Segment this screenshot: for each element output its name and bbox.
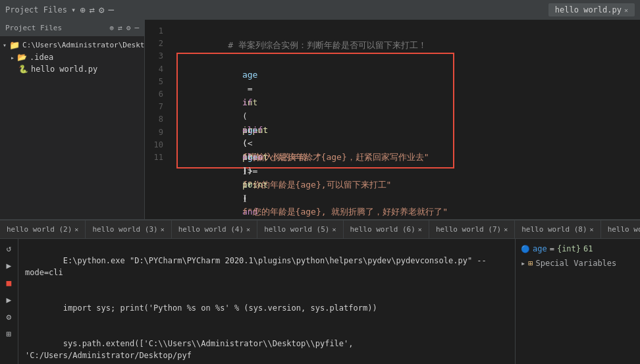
root-folder-icon: 📁: [9, 40, 20, 50]
sidebar-title-label: Project Files: [5, 24, 62, 32]
tab-hello-world-9[interactable]: hello world (9) ✕: [601, 221, 640, 238]
var-age-label: age: [533, 244, 547, 253]
tab-2-close[interactable]: ✕: [74, 226, 78, 233]
code-red-border-block: age = int ( input ( "请输入你的年龄：" )) if: [176, 53, 454, 169]
add-icon[interactable]: ⊕: [80, 5, 85, 15]
sidebar-close-icon[interactable]: ─: [134, 24, 139, 32]
rerun-icon[interactable]: ▶: [3, 259, 16, 272]
sidebar-header: Project Files ⊕ ⇄ ⚙ ─: [0, 20, 144, 36]
stop-icon[interactable]: ■: [3, 276, 16, 289]
console-area[interactable]: E:\python.exe "D:\PYCharm\PYCharm 2020.1…: [18, 239, 515, 364]
tab-hello-world-6[interactable]: hello world (6) ✕: [344, 221, 429, 238]
run-icon[interactable]: ▶: [3, 293, 16, 306]
debugger-var-age: 🔵 age = {int} 61: [521, 243, 635, 255]
code-view: 1 2 3 4 5 6 7 8 9 10 11 # 举案列综合实例：判断年龄是否…: [145, 20, 640, 219]
debugger-var-icon: 🔵: [521, 245, 530, 253]
console-command-2: import sys; print('Python %s on %s' % (s…: [25, 290, 508, 326]
idea-arrow: ▸: [11, 54, 14, 61]
tab-hello-world-7[interactable]: hello world (7) ✕: [429, 221, 515, 238]
console-command-1: E:\python.exe "D:\PYCharm\PYCharm 2020.1…: [25, 243, 508, 290]
tab-hello-world-3[interactable]: hello world (3) ✕: [86, 221, 171, 238]
python-file-icon: 🐍: [18, 65, 28, 74]
tab-hello-world-5[interactable]: hello world (5) ✕: [257, 221, 343, 238]
var-age-equals: =: [550, 244, 554, 253]
bottom-panel: hello world (2) ✕ hello world (3) ✕ hell…: [0, 219, 640, 364]
line-numbers: 1 2 3 4 5 6 7 8 9 10 11: [145, 20, 169, 219]
root-folder[interactable]: ▾ 📁 C:\Users\Administrator\Desktop\pyf: [0, 39, 144, 51]
sidebar-tree: ▾ 📁 C:\Users\Administrator\Desktop\pyf ▸…: [0, 36, 144, 78]
main-area: Project Files ⊕ ⇄ ⚙ ─ ▾ 📁 C:\Users\Admin…: [0, 20, 640, 219]
var-age-value: 61: [583, 244, 593, 253]
dropdown-arrow[interactable]: ▾: [71, 5, 76, 14]
title-bar: Project Files ▾ ⊕ ⇄ ⚙ ─ hello world.py ✕: [0, 0, 640, 20]
tab-7-close[interactable]: ✕: [504, 226, 508, 233]
tab-8-close[interactable]: ✕: [590, 226, 594, 233]
tab-hello-world-4[interactable]: hello world (4) ✕: [172, 221, 257, 238]
restart-icon[interactable]: ↺: [3, 242, 16, 255]
sidebar-header-title: Project Files: [5, 24, 62, 32]
bottom-content: ↺ ▶ ■ ▶ ⚙ ⊞ E:\python.exe "D:\PYCharm\PY…: [0, 239, 640, 364]
comment-text: # 举案列综合实例：判断年龄是否可以留下来打工！: [228, 40, 427, 50]
idea-label: .idea: [30, 53, 53, 62]
title-bar-left: Project Files ▾ ⊕ ⇄ ⚙ ─: [5, 5, 114, 15]
left-panel-icons: ↺ ▶ ■ ▶ ⚙ ⊞: [0, 239, 18, 364]
code-content[interactable]: # 举案列综合实例：判断年龄是否可以留下来打工！ age = int ( inp…: [169, 20, 640, 219]
idea-folder-item[interactable]: ▸ 📂 .idea: [0, 51, 144, 63]
editor-tab[interactable]: hello world.py ✕: [548, 3, 635, 16]
settings2-icon[interactable]: ⚙: [3, 310, 16, 323]
tab-5-close[interactable]: ✕: [332, 226, 336, 233]
add-folder-icon[interactable]: ⊕: [110, 24, 115, 32]
sidebar-icons: ⊕ ⇄ ⚙ ─: [110, 24, 140, 32]
sidebar-settings-icon[interactable]: ⚙: [126, 24, 131, 32]
console-command-3: sys.path.extend(['C:\\Users\\Administrat…: [25, 326, 508, 364]
sync-icon[interactable]: ⇄: [90, 5, 95, 15]
code-line-3: age = int ( input ( "请输入你的年龄：" )): [180, 55, 448, 69]
editor-area: 1 2 3 4 5 6 7 8 9 10 11 # 举案列综合实例：判断年龄是否…: [145, 20, 640, 219]
bottom-tabs: hello world (2) ✕ hello world (3) ✕ hell…: [0, 221, 640, 239]
tab-label: hello world.py: [555, 5, 622, 14]
hello-world-file-item[interactable]: 🐍 hello world.py: [0, 63, 144, 75]
root-arrow: ▾: [3, 41, 7, 49]
tab-hello-world-2[interactable]: hello world (2) ✕: [0, 221, 86, 238]
idea-folder-icon: 📂: [17, 53, 27, 62]
code-line-1: # 举案列综合实例：判断年龄是否可以留下来打工！: [176, 25, 632, 39]
debugger-special-vars[interactable]: ▸ ⊞ Special Variables: [521, 257, 635, 269]
special-vars-icon: ⊞: [528, 259, 533, 268]
tab-close-icon[interactable]: ✕: [624, 7, 628, 14]
tab-hello-world-8[interactable]: hello world (8) ✕: [515, 221, 600, 238]
collapse-icon[interactable]: ⇄: [118, 24, 122, 32]
scroll-end-icon[interactable]: ⊞: [3, 327, 16, 340]
tab-6-close[interactable]: ✕: [418, 226, 422, 233]
var-age-type: {int}: [557, 244, 581, 253]
debugger-panel: 🔵 age = {int} 61 ▸ ⊞ Special Variables: [515, 239, 640, 364]
project-files-label: Project Files: [5, 5, 67, 14]
special-vars-arrow: ▸: [521, 259, 525, 268]
close-panel-icon[interactable]: ─: [108, 5, 113, 15]
sidebar: Project Files ⊕ ⇄ ⚙ ─ ▾ 📁 C:\Users\Admin…: [0, 20, 145, 219]
special-vars-label: Special Variables: [535, 259, 616, 268]
tab-3-close[interactable]: ✕: [161, 226, 165, 233]
tab-4-close[interactable]: ✕: [246, 226, 250, 233]
hello-world-label: hello world.py: [31, 65, 97, 74]
settings-icon[interactable]: ⚙: [99, 5, 104, 15]
